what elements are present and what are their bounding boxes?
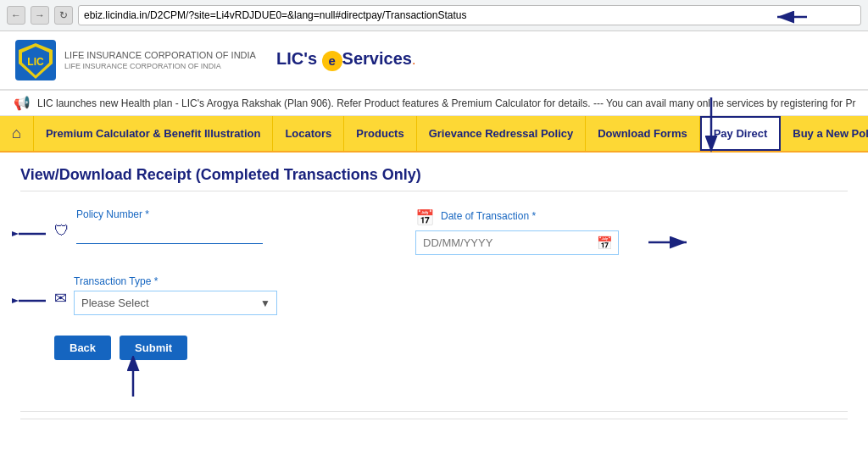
submit-arrow-annotation [112, 356, 154, 398]
transaction-arrow-annotation [12, 284, 54, 318]
ticker-bar: 📢 LIC launches new Health plan - LIC's A… [0, 91, 868, 116]
nav-buy-policy[interactable]: Buy a New Policy [781, 116, 868, 151]
shield-icon: 🛡 [54, 222, 70, 240]
bottom-divider [20, 411, 848, 412]
page-title: View/Download Receipt (Completed Transac… [20, 166, 848, 191]
nav-pay-direct[interactable]: Pay Direct [700, 116, 782, 151]
date-transaction-group: 📅 Date of Transaction * 📅 [415, 208, 619, 255]
nav-download-forms[interactable]: Download Forms [586, 116, 699, 151]
date-input-wrapper: 📅 [415, 230, 619, 255]
transaction-type-select[interactable]: Please Select Premium Payment Revival Lo… [74, 291, 277, 315]
transaction-type-field-group: Transaction Type * Please Select Premium… [74, 275, 311, 315]
main-content: View/Download Receipt (Completed Transac… [0, 153, 868, 440]
lic-brand: LIFE INSURANCE CORPORATION OF INDIA LIFE… [64, 50, 256, 69]
envelope-icon: ✉ [54, 289, 67, 308]
form-row-2: ✉ Transaction Type * Please Select Premi… [20, 275, 848, 315]
date-arrow-annotation [644, 225, 695, 259]
calendar-icon: 📅 [415, 208, 434, 227]
ticker-text: LIC launches new Health plan - LIC's Aro… [37, 97, 855, 109]
nav-home[interactable]: ⌂ [0, 116, 34, 151]
back-button[interactable]: Back [54, 336, 111, 360]
e-circle: e [322, 51, 342, 71]
nav-products[interactable]: Products [344, 116, 416, 151]
nav-premium-calc[interactable]: Premium Calculator & Benefit Illustratio… [34, 116, 274, 151]
nav-buy-policy-label: Buy a New Policy [793, 127, 868, 140]
nav-download-forms-label: Download Forms [598, 127, 687, 140]
eservices-logo: LIC's eServices. [276, 49, 415, 72]
back-button[interactable]: ← [7, 6, 25, 25]
policy-arrow-annotation [12, 217, 54, 251]
lic-subtag: LIFE INSURANCE CORPORATION OF INDIA [64, 62, 256, 70]
nav-locators[interactable]: Locators [273, 116, 344, 151]
transaction-type-select-wrapper: Please Select Premium Payment Revival Lo… [74, 291, 277, 315]
nav-grievance[interactable]: Grievance Redressal Policy [417, 116, 587, 151]
lic-text: LIC's [276, 49, 322, 68]
svg-text:LIC: LIC [27, 56, 44, 68]
dot: . [412, 53, 415, 67]
nav-premium-calc-label: Premium Calculator & Benefit Illustratio… [46, 127, 261, 140]
forward-button[interactable]: → [31, 6, 49, 25]
transaction-type-label: Transaction Type * [74, 275, 311, 287]
submit-button[interactable]: Submit [120, 336, 187, 360]
refresh-button[interactable]: ↻ [54, 6, 73, 25]
nav-locators-label: Locators [285, 127, 331, 140]
policy-number-group: 🛡 Policy Number * [54, 208, 314, 244]
nav-bar: ⌂ Premium Calculator & Benefit Illustrat… [0, 116, 868, 153]
site-header: LIC LIFE INSURANCE CORPORATION OF INDIA … [0, 31, 868, 91]
date-input[interactable] [416, 231, 592, 254]
date-label: Date of Transaction * [441, 210, 536, 222]
nav-grievance-label: Grievance Redressal Policy [429, 127, 574, 140]
calendar-picker-icon[interactable]: 📅 [592, 232, 618, 254]
lic-tagline: LIFE INSURANCE CORPORATION OF INDIA [64, 50, 256, 61]
lic-shield-icon: LIC [14, 38, 58, 82]
policy-number-input[interactable] [76, 224, 263, 244]
home-icon: ⌂ [12, 125, 21, 142]
services-text: Services [342, 49, 412, 68]
policy-number-label: Policy Number * [76, 208, 314, 220]
transaction-type-group: ✉ Transaction Type * Please Select Premi… [54, 275, 311, 315]
lic-logo: LIC LIFE INSURANCE CORPORATION OF INDIA … [14, 38, 415, 82]
ticker-icon: 📢 [14, 95, 31, 111]
page-wrapper: ← → ↻ LIC LIFE INSURANCE CORPORATION [0, 0, 868, 440]
policy-number-field-group: Policy Number * [76, 208, 314, 244]
cal-icon-area: 📅 Date of Transaction * [415, 208, 619, 227]
form-row-1: 🛡 Policy Number * 📅 Date of Transaction … [20, 208, 848, 255]
nav-products-label: Products [356, 127, 403, 140]
button-row: Back Submit [54, 329, 848, 360]
bottom-divider-2 [20, 419, 848, 419]
browser-chrome: ← → ↻ [0, 0, 868, 31]
url-bar[interactable] [78, 5, 861, 25]
nav-pay-direct-label: Pay Direct [714, 127, 768, 140]
